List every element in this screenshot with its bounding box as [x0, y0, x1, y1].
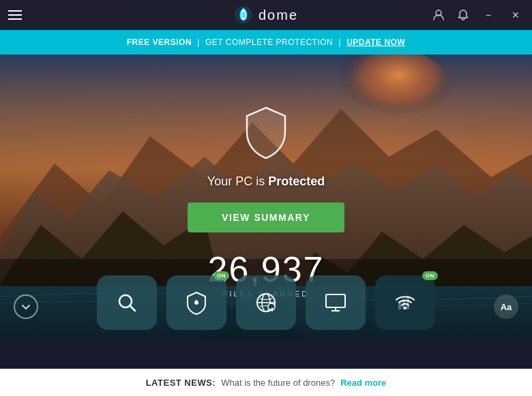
svg-rect-21	[398, 301, 401, 309]
monitor-button[interactable]	[306, 275, 366, 330]
menu-icon[interactable]	[8, 10, 22, 20]
svg-rect-17	[326, 294, 345, 307]
status-bold: Protected	[268, 174, 325, 188]
svg-line-8	[130, 305, 135, 311]
nav-down-button[interactable]	[14, 294, 38, 319]
upgrade-banner: FREE VERSION | GET COMPLETE PROTECTION |…	[0, 30, 532, 55]
network-icon	[393, 290, 417, 315]
on-badge-network: ON	[422, 271, 438, 280]
title-bar-center: dome	[234, 5, 298, 25]
news-bar: LATEST NEWS: What is the future of drone…	[0, 369, 532, 396]
scan-button[interactable]	[97, 275, 157, 330]
news-text: What is the future of drones?	[221, 378, 335, 388]
app-title: dome	[258, 7, 298, 23]
minimize-button[interactable]: −	[482, 8, 495, 22]
status-text: Your PC is Protected	[207, 174, 325, 189]
banner-sep2: |	[338, 37, 341, 47]
bell-icon[interactable]	[457, 9, 469, 21]
shield-icon	[241, 105, 291, 161]
title-bar-right: − ✕	[432, 8, 524, 22]
web-button[interactable]	[236, 275, 296, 330]
close-button[interactable]: ✕	[507, 8, 524, 22]
features-row: ON	[0, 275, 532, 330]
hero-section: Your PC is Protected VIEW SUMMARY 26,937…	[0, 55, 532, 341]
read-more-link[interactable]: Read more	[340, 378, 386, 388]
dome-logo-icon	[234, 5, 253, 25]
banner-sep1: |	[197, 37, 200, 47]
antivirus-button[interactable]: ON	[166, 275, 226, 330]
update-now-link[interactable]: UPDATE NOW	[346, 37, 405, 47]
banner-free-text: FREE VERSION	[127, 37, 192, 47]
network-button[interactable]: ON	[375, 275, 435, 330]
banner-middle-text: GET COMPLETE PROTECTION	[205, 37, 333, 47]
svg-rect-22	[402, 299, 405, 309]
web-icon	[254, 290, 278, 315]
antivirus-icon	[184, 290, 209, 315]
shield-wrapper	[241, 105, 291, 164]
status-prefix: Your PC is	[207, 174, 268, 188]
scan-icon	[115, 290, 139, 315]
on-badge-antivirus: ON	[213, 271, 229, 280]
news-label: LATEST NEWS:	[146, 378, 216, 388]
monitor-icon	[323, 290, 348, 315]
account-icon[interactable]	[432, 9, 445, 21]
view-summary-button[interactable]: VIEW SUMMARY	[188, 202, 344, 232]
font-toggle-button[interactable]: Aa	[494, 294, 518, 319]
title-bar-left	[8, 10, 22, 20]
svg-point-1	[241, 12, 246, 18]
title-bar: dome − ✕	[0, 0, 532, 30]
svg-rect-23	[407, 296, 409, 309]
